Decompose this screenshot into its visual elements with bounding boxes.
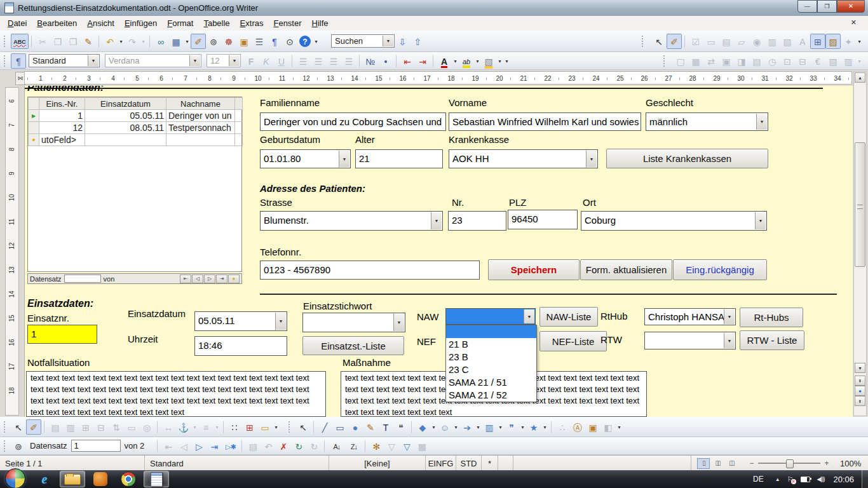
format-paintbrush-icon[interactable]: ✎ <box>81 34 96 49</box>
rectangle-icon[interactable]: ▭ <box>332 419 348 435</box>
column-header-eins-nr[interactable]: Eins.-Nr. <box>39 98 85 110</box>
cell-nachname[interactable]: Deringer von un <box>166 110 235 122</box>
table-icon[interactable]: ▦ <box>168 34 184 49</box>
toolbar-overflow-icon[interactable]: ▾ <box>856 34 863 49</box>
familienname-field[interactable]: Deringer von und zu Coburg Sachsen und <box>260 112 446 131</box>
record-selector-cell[interactable] <box>29 122 39 134</box>
find-next-icon[interactable]: ⇩ <box>395 34 410 49</box>
background-color-dropdown-icon[interactable]: ▾ <box>496 53 503 69</box>
naw-option[interactable]: 23 C <box>446 363 536 376</box>
toolbar-overflow-icon[interactable]: ▾ <box>616 419 623 435</box>
menu-item[interactable]: Format <box>162 17 198 29</box>
toolbar-grip[interactable] <box>288 421 292 433</box>
notfallsituation-textarea[interactable]: text text text text text text text text … <box>26 371 326 417</box>
telefon-field[interactable]: 0123 - 4567890 <box>260 261 480 280</box>
freeform-line-icon[interactable]: ✎ <box>363 419 378 435</box>
previous-page-icon[interactable]: ⇞ <box>855 376 865 386</box>
undo-dropdown-icon[interactable]: ▾ <box>118 34 125 49</box>
gallery-icon[interactable]: ▣ <box>236 34 252 49</box>
block-arrows-dropdown-icon[interactable]: ▾ <box>475 419 482 435</box>
menu-item[interactable]: Fenster <box>268 17 306 29</box>
maximize-button[interactable]: ❐ <box>817 0 837 13</box>
page-style-indicator[interactable]: Standard <box>145 456 329 471</box>
symbol-shapes-dropdown-icon[interactable]: ▾ <box>452 419 459 435</box>
paragraph-style-combobox[interactable]: Standard <box>29 54 100 67</box>
select-icon[interactable]: ↖ <box>11 419 26 435</box>
einsatznr-field[interactable]: 1 <box>27 325 97 344</box>
selection-mode-indicator[interactable]: STD <box>456 456 482 471</box>
refresh-icon[interactable]: ↻ <box>291 438 306 454</box>
tray-expand-icon[interactable]: ▲ <box>775 477 780 482</box>
find-replace-icon[interactable]: ⊚ <box>206 34 221 49</box>
navigator-icon[interactable]: ☸ <box>221 34 236 49</box>
toolbar-overflow-icon[interactable]: ▾ <box>503 53 510 69</box>
guides-icon[interactable]: ▭ <box>257 419 273 435</box>
cell-nachname[interactable] <box>166 134 235 146</box>
toolbar-grip[interactable] <box>642 36 645 47</box>
krankenkasse-combobox[interactable]: AOK HH <box>449 149 598 168</box>
scroll-down-icon[interactable]: ▼ <box>855 363 865 373</box>
liste-krankenkassen-button[interactable]: Liste Krankenkassen <box>606 149 768 168</box>
selection-indicator[interactable]: [Keine] <box>329 456 426 471</box>
toolbar-grip[interactable] <box>663 55 667 67</box>
einsatzstichwort-combobox[interactable] <box>302 313 405 332</box>
vertical-ruler[interactable]: 6789101112131415161718 <box>5 87 19 416</box>
hausnr-field[interactable]: 23 <box>448 211 506 231</box>
vertical-scrollbar[interactable]: ▲ ▼ ⇞ ● ⇟ <box>853 71 867 416</box>
record-number-input[interactable] <box>71 440 121 452</box>
numbered-list-icon[interactable]: № <box>363 53 378 69</box>
speichern-button[interactable]: Speichern <box>488 259 580 280</box>
block-arrows-icon[interactable]: ➔ <box>459 419 475 435</box>
increase-indent-icon[interactable]: ⇥ <box>415 53 430 69</box>
text-icon[interactable]: T <box>378 419 393 435</box>
zoom-slider[interactable]: − + <box>747 459 831 468</box>
naw-option[interactable]: SAMA 21 / 51 <box>446 376 536 389</box>
stars-icon[interactable]: ★ <box>526 419 541 435</box>
naw-option[interactable]: 23 B <box>446 351 536 363</box>
table-row[interactable]: ▶ 1 05.05.11 Deringer von un <box>29 110 243 122</box>
insert-mode-indicator[interactable]: EINFG <box>426 456 456 471</box>
zoom-out-icon[interactable]: − <box>747 459 756 468</box>
toolbar-grip[interactable] <box>4 36 7 47</box>
highlight-icon[interactable]: ab <box>459 53 474 69</box>
cell-eins-nr[interactable]: utoFeld> <box>39 134 85 146</box>
grid-record-input[interactable] <box>64 274 101 283</box>
horizontal-ruler[interactable]: 1234567891011121314151617181920212223242… <box>24 71 852 85</box>
record-selector-cell[interactable]: ▶ <box>29 110 39 122</box>
from-file-icon[interactable]: ▣ <box>585 419 600 435</box>
wmp-icon[interactable]: ▶ <box>88 471 113 487</box>
grid-first-record-icon[interactable]: ⇤ <box>180 274 191 283</box>
grid-prev-record-icon[interactable]: ◁ <box>192 274 203 283</box>
geburtsdatum-combobox[interactable]: 01.01.80 <box>260 149 351 168</box>
find-previous-icon[interactable]: ⇧ <box>410 34 425 49</box>
alter-field[interactable]: 21 <box>355 149 443 168</box>
hyperlink-icon[interactable]: ∞ <box>153 34 168 49</box>
undo-icon[interactable]: ↶ <box>102 34 118 49</box>
flowchart-dropdown-icon[interactable]: ▾ <box>497 419 504 435</box>
ie-icon[interactable]: e <box>32 471 57 487</box>
decrease-indent-icon[interactable]: ⇤ <box>400 53 415 69</box>
ort-combobox[interactable]: Coburg <box>581 211 767 231</box>
stars-dropdown-icon[interactable]: ▾ <box>541 419 548 435</box>
explorer-icon[interactable] <box>60 471 85 487</box>
background-color-icon[interactable]: ▧ <box>481 53 496 69</box>
new-record-icon[interactable]: ▷✱ <box>222 438 239 454</box>
language-indicator[interactable]: DE <box>753 475 764 484</box>
grid-last-record-icon[interactable]: ⇥ <box>216 274 227 283</box>
autospellcheck-icon[interactable]: ABC <box>11 34 29 49</box>
single-page-view-icon[interactable]: ▯ <box>697 458 710 469</box>
select-icon[interactable]: ↖ <box>651 34 667 49</box>
vorname-field[interactable]: Sebastian Winfried Wilhelm Karl und sowi… <box>449 112 641 131</box>
scrollbar-thumb[interactable] <box>855 142 865 267</box>
design-mode-icon[interactable]: ✐ <box>667 34 682 49</box>
cell-nachname[interactable]: Testpersonnach <box>166 122 235 134</box>
menu-item[interactable]: Bearbeiten <box>32 17 82 29</box>
menu-item[interactable]: Extras <box>235 17 269 29</box>
fontwork-icon[interactable]: Ⓐ <box>570 419 585 435</box>
bullet-list-icon[interactable]: • <box>378 53 393 69</box>
nonprinting-icon[interactable]: ¶ <box>267 34 282 49</box>
menu-item[interactable]: Einfügen <box>119 17 162 29</box>
callouts-dropdown-icon[interactable]: ▾ <box>519 419 526 435</box>
display-grid-icon[interactable]: ∷ <box>227 419 242 435</box>
writer-icon[interactable] <box>144 471 169 487</box>
